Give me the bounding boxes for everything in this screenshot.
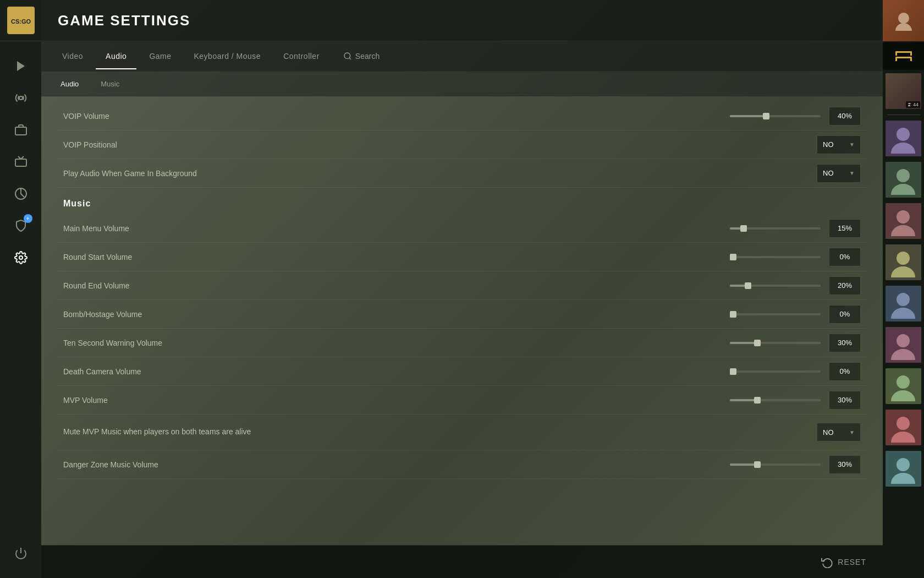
friend-avatar-4[interactable]	[886, 244, 921, 280]
friend-avatar-2[interactable]	[886, 162, 921, 198]
slider-thumb	[754, 340, 761, 346]
friend-avatar-3[interactable]	[886, 203, 921, 239]
svg-marker-2	[17, 61, 25, 71]
sub-tab-nav: Audio Music	[41, 72, 883, 96]
friend-avatar-8[interactable]	[886, 410, 921, 445]
slider-track	[730, 370, 821, 373]
voip-positional-label: VOIP Positional	[63, 140, 817, 149]
mute-mvp-dropdown[interactable]: NO ▼	[817, 423, 861, 441]
rank-chevrons	[895, 51, 912, 61]
ten-second-warning-slider[interactable]	[730, 342, 821, 344]
sub-tab-music[interactable]: Music	[95, 77, 125, 91]
setting-row-danger-zone: Danger Zone Music Volume 30%	[58, 450, 866, 479]
sub-tab-audio[interactable]: Audio	[55, 77, 84, 91]
setting-row-main-menu-volume: Main Menu Volume 15%	[58, 214, 866, 243]
main-menu-volume-label: Main Menu Volume	[63, 224, 730, 233]
right-sidebar: 44	[883, 0, 924, 578]
sidebar-icon-play[interactable]	[7, 52, 35, 80]
tab-controller[interactable]: Controller	[273, 47, 329, 65]
danger-zone-slider[interactable]	[730, 464, 821, 466]
slider-thumb	[730, 254, 736, 260]
friend-avatar-9-img	[886, 451, 921, 487]
round-start-volume-slider[interactable]	[730, 256, 821, 258]
mvp-volume-value: 30%	[829, 391, 861, 410]
play-audio-bg-label: Play Audio When Game In Background	[63, 169, 817, 178]
round-end-volume-value: 20%	[829, 276, 861, 295]
round-end-volume-slider[interactable]	[730, 285, 821, 287]
slider-fill	[730, 342, 757, 344]
svg-point-7	[19, 256, 23, 259]
svg-line-10	[349, 58, 351, 59]
friend-avatar-9[interactable]	[886, 451, 921, 487]
friend-avatar-7-img	[886, 368, 921, 404]
bomb-hostage-volume-label: Bomb/Hostage Volume	[63, 310, 730, 319]
rank-badge	[883, 42, 924, 70]
svg-point-11	[898, 13, 909, 24]
slider-track	[730, 285, 821, 287]
slider-thumb	[730, 368, 736, 375]
friend-avatar-2-img	[886, 162, 921, 198]
round-start-volume-label: Round Start Volume	[63, 253, 730, 261]
right-sidebar-top-avatar[interactable]	[883, 0, 924, 41]
tab-video[interactable]: Video	[52, 47, 93, 65]
search-tab[interactable]: Search	[343, 52, 380, 61]
search-label: Search	[355, 52, 380, 61]
slider-fill	[730, 464, 757, 466]
death-camera-volume-slider[interactable]	[730, 370, 821, 373]
svg-point-30	[897, 458, 910, 471]
sidebar-icon-broadcast[interactable]	[7, 84, 35, 112]
slider-fill	[730, 399, 757, 401]
svg-rect-4	[15, 127, 26, 135]
slider-track	[730, 256, 821, 258]
slider-thumb	[740, 225, 747, 232]
friend-avatar-1[interactable]	[886, 121, 921, 156]
voip-volume-slider[interactable]	[730, 115, 821, 117]
tab-keyboard-mouse[interactable]: Keyboard / Mouse	[184, 47, 271, 65]
logo-area: CS:GO	[0, 0, 41, 41]
voip-positional-dropdown[interactable]: NO ▼	[817, 135, 861, 154]
sidebar-icons: +	[7, 41, 35, 539]
friend-avatar-5[interactable]	[886, 286, 921, 321]
mvp-volume-slider[interactable]	[730, 399, 821, 401]
slider-track	[730, 115, 821, 117]
sidebar-icon-stats[interactable]	[7, 180, 35, 208]
friend-avatar-7[interactable]	[886, 368, 921, 404]
setting-row-bomb-hostage-volume: Bomb/Hostage Volume 0%	[58, 300, 866, 329]
setting-row-play-audio-bg: Play Audio When Game In Background NO ▼	[58, 159, 866, 188]
tab-game[interactable]: Game	[139, 47, 181, 65]
main-menu-volume-slider[interactable]	[730, 227, 821, 230]
sidebar-icon-inventory[interactable]	[7, 116, 35, 144]
top-avatar-icon	[893, 10, 915, 32]
left-sidebar: CS:GO	[0, 0, 41, 578]
friend-avatar-6-img	[886, 327, 921, 363]
sidebar-icon-settings[interactable]	[7, 244, 35, 271]
shield-badge: +	[24, 214, 32, 223]
header: GAME SETTINGS	[41, 0, 883, 41]
tab-audio[interactable]: Audio	[96, 47, 136, 65]
slider-fill	[730, 115, 766, 117]
sidebar-icon-power[interactable]	[7, 539, 35, 567]
sidebar-bottom	[7, 539, 35, 578]
setting-row-ten-second-warning: Ten Second Warning Volume 30%	[58, 329, 866, 357]
round-end-volume-label: Round End Volume	[63, 281, 730, 290]
ten-second-warning-value: 30%	[829, 334, 861, 352]
play-audio-bg-value: NO	[823, 169, 834, 177]
play-audio-bg-dropdown[interactable]: NO ▼	[817, 164, 861, 183]
setting-row-round-start-volume: Round Start Volume 0%	[58, 243, 866, 271]
friends-avatar[interactable]: 44	[886, 73, 921, 109]
slider-thumb	[730, 311, 736, 318]
bomb-hostage-volume-value: 0%	[829, 305, 861, 324]
sidebar-icon-shield[interactable]: +	[7, 212, 35, 239]
slider-track	[730, 313, 821, 315]
svg-point-20	[897, 252, 910, 265]
sidebar-icon-tv[interactable]	[7, 148, 35, 176]
friend-avatar-6[interactable]	[886, 327, 921, 363]
svg-point-22	[897, 293, 910, 306]
setting-row-round-end-volume: Round End Volume 20%	[58, 271, 866, 300]
reset-button[interactable]: RESET	[821, 556, 866, 568]
svg-point-9	[344, 53, 350, 59]
svg-point-3	[19, 96, 23, 100]
death-camera-volume-value: 0%	[829, 362, 861, 381]
slider-thumb	[745, 282, 751, 289]
bomb-hostage-volume-slider[interactable]	[730, 313, 821, 315]
